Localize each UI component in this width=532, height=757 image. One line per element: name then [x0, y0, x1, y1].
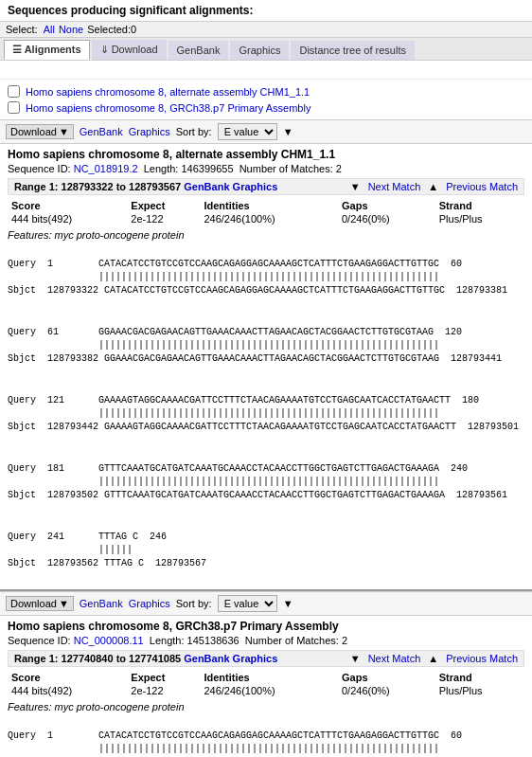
identities-header-1: Identities: [200, 199, 338, 212]
score-value-2: 444 bits(492): [8, 684, 127, 697]
result-checkbox-2[interactable]: [8, 101, 20, 114]
tab-alignments[interactable]: ☰ Alignments: [4, 40, 90, 60]
tab-graphics-label: Graphics: [239, 45, 280, 56]
selected-count: Selected:0: [87, 24, 136, 35]
graphics-link-2[interactable]: Graphics: [129, 598, 170, 609]
query-label-1-2: Query 61 GGAAACGACGAGAACAGTTGAAACAAACTTA…: [8, 327, 462, 337]
query-label-1-5: Query 241 TTTAG C 246: [8, 532, 167, 542]
assembly2-range-title: Range 1: 127740840 to 127741085 GenBank …: [14, 653, 277, 664]
download-arrow-2: ▼: [59, 598, 69, 609]
assembly-section-1: Homo sapiens chromosome 8, alternate ass…: [0, 144, 532, 591]
assembly2-title: Homo sapiens chromosome 8, GRCh38.p7 Pri…: [8, 620, 524, 633]
expect-header-1: Expect: [127, 199, 200, 212]
score-header-1: Score: [8, 199, 127, 212]
prev-match-arrow-1: ▲: [428, 181, 438, 192]
gaps-header-1: Gaps: [338, 199, 435, 212]
assembly1-features: Features: myc proto-oncogene protein: [8, 229, 524, 241]
assembly2-range-nav: ▼ Next Match ▲ Previous Match: [350, 653, 518, 664]
tab-graphics[interactable]: Graphics: [230, 41, 289, 60]
genbank-link-2[interactable]: GenBank: [80, 598, 123, 609]
graphics-link-1[interactable]: Graphics: [129, 126, 170, 137]
range2-genbank-link[interactable]: GenBank: [184, 653, 229, 664]
query-label-1-4: Query 181 GTTTCAAATGCATGATCAAATGCAAACCTA…: [8, 463, 468, 474]
sbjt-label-1-5: Sbjct 128793562 TTTAG C 128793567: [8, 558, 206, 568]
assembly2-seqid-link[interactable]: NC_000008.11: [74, 635, 144, 646]
assembly1-stats: Score Expect Identities Gaps Strand 444 …: [8, 199, 524, 225]
score-header-2: Score: [8, 671, 127, 684]
assembly2-toolbar: Download ▼ GenBank Graphics Sort by: E v…: [0, 591, 532, 616]
download-arrow-1: ▼: [59, 126, 69, 137]
result-link-1[interactable]: Homo sapiens chromosome 8, alternate ass…: [26, 86, 310, 98]
query-label-2-1: Query 1 CATACATCCTGTCCGTCCAAGCAGAGGAGCAA…: [8, 730, 462, 741]
assembly1-range-header: Range 1: 128793322 to 128793567 GenBank …: [8, 178, 524, 195]
range1-end: 128793567: [129, 181, 181, 192]
range2-label: Range 1:: [14, 653, 58, 664]
page-header: Sequences producing significant alignmen…: [0, 0, 532, 22]
tab-genbank[interactable]: GenBank: [168, 41, 229, 60]
assembly2-stats: Score Expect Identities Gaps Strand 444 …: [8, 671, 524, 697]
assembly1-title: Homo sapiens chromosome 8, alternate ass…: [8, 148, 524, 161]
range1-genbank-link[interactable]: GenBank: [184, 181, 229, 192]
features-label-2: Features:: [8, 701, 51, 712]
match-line-2-1: ||||||||||||||||||||||||||||||||||||||||…: [8, 744, 439, 754]
identities-value-2: 246/246(100%): [200, 684, 338, 697]
sbjt-label-1-2: Sbjct 128793382 GGAAACGACGAGAACAGTTGAAAC…: [8, 353, 502, 364]
select-toolbar: Select: All None Selected:0: [0, 22, 532, 38]
tab-download[interactable]: ⇓ Download: [92, 40, 167, 60]
select-all-link[interactable]: All: [44, 24, 55, 35]
assembly2-alignments: Query 1 CATACATCCTGTCCGTCCAAGCAGAGGAGCAA…: [8, 716, 524, 757]
aln-block-1-4: Query 181 GTTTCAAATGCATGATCAAATGCAAACCTA…: [8, 449, 524, 515]
tab-distance-label: Distance tree of results: [299, 45, 406, 56]
sortby-label-1: Sort by:: [176, 126, 212, 137]
result-checkbox-1[interactable]: [8, 85, 20, 98]
match-line-1-3: ||||||||||||||||||||||||||||||||||||||||…: [8, 408, 439, 419]
assembly2-info: Sequence ID: NC_000008.11 Length: 145138…: [8, 635, 524, 646]
assembly1-length: 146399655: [181, 163, 233, 174]
next-match-arrow-2: ▼: [350, 653, 361, 664]
strand-value-2: Plus/Plus: [435, 684, 524, 697]
assembly1-alignments: Query 1 CATACATCCTGTCCGTCCAAGCAGAGGAGCAA…: [8, 244, 524, 584]
prev-match-link-2[interactable]: Previous Match: [446, 653, 518, 664]
sbjt-label-1-1: Sbjct 128793322 CATACATCCTGTCCGTCCAAGCAG…: [8, 285, 507, 296]
assembly1-range-nav: ▼ Next Match ▲ Previous Match: [350, 181, 518, 192]
assembly1-toolbar: Download ▼ GenBank Graphics Sort by: E v…: [0, 119, 532, 144]
range1-label: Range 1:: [14, 181, 58, 192]
select-none-link[interactable]: None: [59, 24, 83, 35]
download-dropdown-1[interactable]: Download ▼: [6, 124, 74, 139]
result-link-2[interactable]: Homo sapiens chromosome 8, GRCh38.p7 Pri…: [26, 102, 310, 114]
aln-block-1-5: Query 241 TTTAG C 246 |||||| Sbjct 12879…: [8, 517, 524, 584]
range2-start: 127740840: [62, 653, 114, 664]
assembly2-features: Features: myc proto-oncogene protein: [8, 701, 524, 712]
identities-header-2: Identities: [200, 671, 338, 684]
aln-block-1-1: Query 1 CATACATCCTGTCCGTCCAAGCAGAGGAGCAA…: [8, 244, 524, 311]
assembly-section-2: Homo sapiens chromosome 8, GRCh38.p7 Pri…: [0, 616, 532, 757]
sortby-select-1[interactable]: E value: [218, 123, 277, 140]
result-item-1: Homo sapiens chromosome 8, alternate ass…: [8, 83, 524, 99]
sbjt-label-1-4: Sbjct 128793502 GTTTCAAATGCATGATCAAATGCA…: [8, 490, 507, 500]
tab-alignments-icon: ☰: [12, 44, 22, 55]
tab-download-label: Download: [112, 44, 158, 55]
prev-match-link-1[interactable]: Previous Match: [446, 181, 518, 192]
match-line-1-4: ||||||||||||||||||||||||||||||||||||||||…: [8, 477, 439, 487]
next-match-arrow-1: ▼: [350, 181, 361, 192]
expect-value-2: 2e-122: [127, 684, 200, 697]
strand-header-2: Strand: [435, 671, 524, 684]
match-line-1-1: ||||||||||||||||||||||||||||||||||||||||…: [8, 272, 439, 282]
range1-graphics-link[interactable]: Graphics: [233, 181, 278, 192]
sortby-arrow-1: ▼: [283, 126, 293, 137]
assembly1-info: Sequence ID: NC_018919.2 Length: 1463996…: [8, 163, 524, 174]
next-match-link-1[interactable]: Next Match: [368, 181, 421, 192]
next-match-link-2[interactable]: Next Match: [368, 653, 421, 664]
assembly1-seqid-link[interactable]: NC_018919.2: [74, 163, 138, 174]
genbank-link-1[interactable]: GenBank: [80, 126, 123, 137]
tab-distance[interactable]: Distance tree of results: [291, 41, 415, 60]
assembly1-range-title: Range 1: 128793322 to 128793567 GenBank …: [14, 181, 277, 192]
assembly2-length: 145138636: [187, 635, 239, 646]
features-value-2: myc proto-oncogene protein: [55, 701, 185, 712]
range2-graphics-link[interactable]: Graphics: [233, 653, 278, 664]
sortby-select-2[interactable]: E value: [218, 595, 277, 612]
download-dropdown-2[interactable]: Download ▼: [6, 596, 74, 611]
gaps-value-2: 0/246(0%): [338, 684, 435, 697]
gaps-header-2: Gaps: [338, 671, 435, 684]
features-value-1: myc proto-oncogene protein: [55, 229, 185, 241]
